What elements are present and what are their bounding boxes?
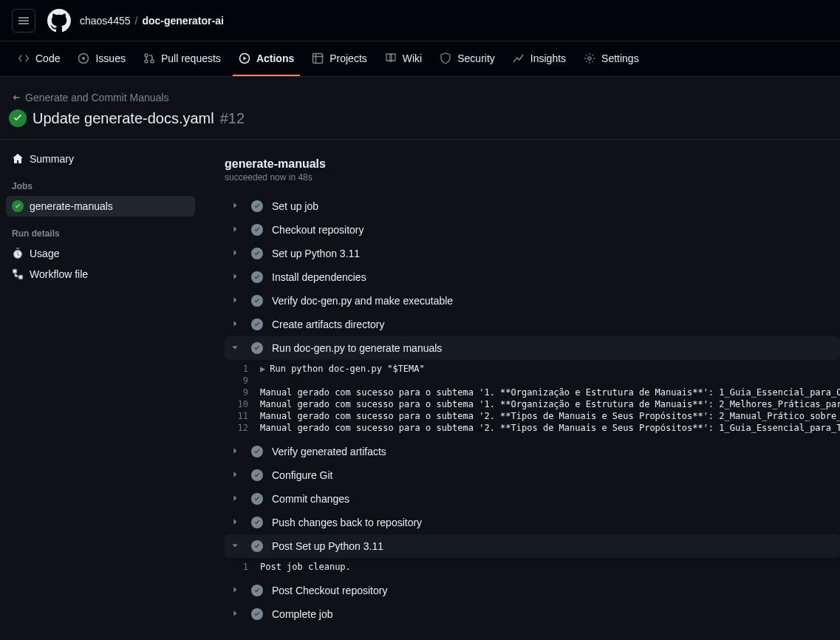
nav-issues[interactable]: Issues	[72, 42, 131, 76]
nav-label: Code	[35, 52, 60, 64]
sidebar-item-label: Workflow file	[30, 268, 88, 280]
sidebar-item-job[interactable]: generate-manuals	[6, 196, 195, 217]
chevron-right-icon	[231, 608, 242, 620]
step-row[interactable]: Verify generated artifacts	[225, 440, 840, 463]
step-name: Post Set up Python 3.11	[272, 540, 383, 552]
job-log-panel: generate-manuals succeeded now in 48s Se…	[207, 140, 840, 640]
sidebar: Summary Jobs generate-manuals Run detail…	[0, 140, 207, 640]
nav-actions[interactable]: Actions	[233, 42, 300, 76]
nav-label: Insights	[530, 52, 566, 64]
step-row[interactable]: Checkout repository	[225, 218, 840, 242]
step-name: Post Checkout repository	[272, 585, 387, 596]
svg-rect-6	[313, 53, 323, 63]
projects-icon	[312, 52, 324, 64]
back-to-workflow-link[interactable]: Generate and Commit Manuals	[6, 89, 828, 109]
chevron-right-icon	[231, 271, 242, 283]
chevron-right-icon	[231, 248, 242, 259]
sidebar-item-workflow-file[interactable]: Workflow file	[6, 264, 195, 285]
step-row[interactable]: Post Checkout repository	[225, 579, 840, 602]
step-row[interactable]: Configure Git	[225, 463, 840, 487]
step-log: 1▶Run python doc-gen.py "$TEMA"99Manual …	[225, 360, 840, 440]
step-row[interactable]: Commit changes	[225, 487, 840, 511]
job-title: generate-manuals	[225, 157, 840, 171]
nav-wiki[interactable]: Wiki	[379, 42, 428, 76]
chevron-right-icon	[231, 517, 242, 528]
sidebar-heading-rundetails: Run details	[6, 217, 195, 243]
svg-point-2	[145, 54, 148, 57]
sidebar-item-label: Usage	[30, 248, 59, 259]
step-status-success-icon	[251, 469, 263, 481]
log-line-number: 12	[225, 423, 248, 433]
sidebar-item-usage[interactable]: Usage	[6, 243, 195, 264]
chevron-right-icon	[231, 446, 242, 457]
wiki-icon	[385, 52, 397, 64]
log-line-number: 11	[225, 411, 248, 421]
breadcrumb-repo[interactable]: doc-generator-ai	[142, 15, 223, 27]
breadcrumb: chaos4455 / doc-generator-ai	[80, 15, 224, 27]
actions-icon	[239, 52, 250, 64]
step-name: Checkout repository	[272, 224, 364, 236]
step-row[interactable]: Install dependencies	[225, 265, 840, 289]
step-status-success-icon	[251, 608, 263, 620]
job-status-success-icon	[12, 200, 24, 212]
step-row[interactable]: Run doc-gen.py to generate manuals	[225, 336, 840, 360]
step-status-success-icon	[251, 446, 263, 457]
chevron-right-icon	[231, 585, 242, 596]
nav-settings[interactable]: Settings	[578, 42, 645, 76]
log-line-number: 9	[225, 387, 248, 398]
chevron-right-icon	[231, 200, 242, 212]
hamburger-menu-button[interactable]	[12, 9, 35, 33]
chevron-down-icon	[231, 540, 242, 552]
log-line-text: Manual gerado com sucesso para o subtema…	[260, 411, 840, 421]
log-line-number: 1	[225, 364, 248, 374]
step-row[interactable]: Post Set up Python 3.11	[225, 534, 840, 558]
step-row[interactable]: Set up Python 3.11	[225, 242, 840, 265]
step-row[interactable]: Complete job	[225, 602, 840, 626]
step-name: Verify doc-gen.py and make executable	[272, 295, 453, 307]
svg-point-1	[82, 57, 85, 60]
log-line-text: ▶Run python doc-gen.py "$TEMA"	[260, 364, 840, 374]
step-status-success-icon	[251, 200, 263, 212]
gear-icon	[584, 52, 595, 64]
nav-insights[interactable]: Insights	[507, 42, 572, 76]
nav-label: Settings	[601, 52, 639, 64]
svg-rect-10	[19, 276, 23, 279]
pull-request-icon	[143, 52, 155, 64]
log-line-text	[260, 375, 840, 386]
step-name: Commit changes	[272, 493, 349, 505]
step-status-success-icon	[251, 540, 263, 552]
github-logo[interactable]	[47, 9, 71, 33]
step-row[interactable]: Verify doc-gen.py and make executable	[225, 289, 840, 313]
nav-code[interactable]: Code	[12, 42, 66, 76]
step-name: Verify generated artifacts	[272, 446, 386, 457]
sidebar-item-label: generate-manuals	[30, 200, 113, 212]
nav-projects[interactable]: Projects	[306, 42, 373, 76]
run-title: Update generate-docs.yaml	[33, 110, 214, 127]
nav-label: Pull requests	[161, 52, 221, 64]
shield-icon	[440, 52, 451, 64]
job-meta: succeeded now in 48s	[225, 172, 840, 183]
step-status-success-icon	[251, 342, 263, 354]
sidebar-item-summary[interactable]: Summary	[6, 149, 195, 169]
step-row[interactable]: Push changes back to repository	[225, 511, 840, 534]
step-status-success-icon	[251, 224, 263, 236]
svg-point-4	[151, 60, 154, 63]
home-icon	[12, 153, 24, 165]
stopwatch-icon	[12, 248, 24, 259]
step-log: 1Post job cleanup.	[225, 558, 840, 579]
log-line-text: Post job cleanup.	[260, 562, 840, 572]
step-name: Set up job	[272, 200, 318, 212]
step-row[interactable]: Set up job	[225, 194, 840, 218]
nav-security[interactable]: Security	[434, 42, 501, 76]
chevron-right-icon	[231, 469, 242, 481]
step-row[interactable]: Create artifacts directory	[225, 313, 840, 336]
log-line: 1Post job cleanup.	[225, 561, 840, 573]
step-name: Set up Python 3.11	[272, 248, 360, 259]
breadcrumb-owner[interactable]: chaos4455	[80, 15, 131, 27]
step-name: Push changes back to repository	[272, 517, 422, 528]
nav-label: Wiki	[403, 52, 422, 64]
arrow-left-icon	[12, 93, 21, 102]
step-status-success-icon	[251, 585, 263, 596]
nav-pulls[interactable]: Pull requests	[137, 42, 227, 76]
log-line-text: Manual gerado com sucesso para o subtema…	[260, 423, 840, 433]
